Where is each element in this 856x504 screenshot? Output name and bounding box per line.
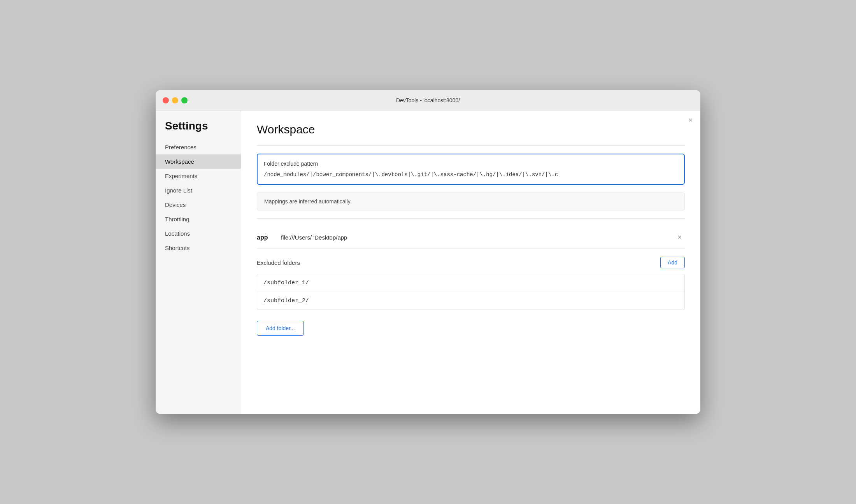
- sidebar-item-devices[interactable]: Devices: [156, 198, 241, 212]
- excluded-folders-label: Excluded folders: [257, 259, 300, 266]
- close-button[interactable]: ×: [688, 117, 693, 124]
- titlebar: DevTools - localhost:8000/: [156, 90, 700, 110]
- folder-item: /subfolder_1/: [257, 274, 684, 292]
- sidebar-item-preferences[interactable]: Preferences: [156, 140, 241, 154]
- add-excluded-folder-button[interactable]: Add: [660, 257, 685, 268]
- add-folder-button[interactable]: Add folder...: [257, 321, 304, 336]
- sidebar-item-ignore-list[interactable]: Ignore List: [156, 183, 241, 198]
- sidebar-item-shortcuts[interactable]: Shortcuts: [156, 241, 241, 255]
- mappings-note: Mappings are inferred automatically.: [257, 192, 685, 210]
- maximize-traffic-light[interactable]: [181, 97, 188, 103]
- sidebar-item-experiments[interactable]: Experiments: [156, 169, 241, 183]
- sidebar-item-workspace[interactable]: Workspace: [156, 154, 241, 169]
- remove-workspace-button[interactable]: ×: [674, 232, 685, 243]
- main-window: DevTools - localhost:8000/ Settings Pref…: [156, 90, 700, 414]
- window-title: DevTools - localhost:8000/: [396, 97, 460, 103]
- folders-list: /subfolder_1/ /subfolder_2/: [257, 274, 685, 310]
- sidebar-item-locations[interactable]: Locations: [156, 226, 241, 241]
- workspace-entry: app file:///Users/ 'Desktop/app ×: [257, 226, 685, 249]
- workspace-entry-name: app: [257, 234, 276, 241]
- close-traffic-light[interactable]: [163, 97, 169, 103]
- sidebar: Settings Preferences Workspace Experimen…: [156, 110, 241, 414]
- excluded-folders-header: Excluded folders Add: [257, 257, 685, 268]
- top-divider: [257, 145, 685, 146]
- traffic-lights: [163, 97, 188, 103]
- page-title: Workspace: [257, 123, 685, 136]
- mid-divider: [257, 218, 685, 219]
- sidebar-heading: Settings: [156, 120, 241, 140]
- folder-exclude-box: Folder exclude pattern: [257, 154, 685, 185]
- folder-exclude-input[interactable]: [264, 172, 678, 178]
- sidebar-item-throttling[interactable]: Throttling: [156, 212, 241, 226]
- window-content: Settings Preferences Workspace Experimen…: [156, 110, 700, 414]
- folder-exclude-label: Folder exclude pattern: [264, 161, 678, 167]
- folder-item: /subfolder_2/: [257, 292, 684, 310]
- minimize-traffic-light[interactable]: [172, 97, 178, 103]
- main-content: × Workspace Folder exclude pattern Mappi…: [241, 110, 700, 414]
- workspace-entry-path: file:///Users/ 'Desktop/app: [281, 234, 674, 241]
